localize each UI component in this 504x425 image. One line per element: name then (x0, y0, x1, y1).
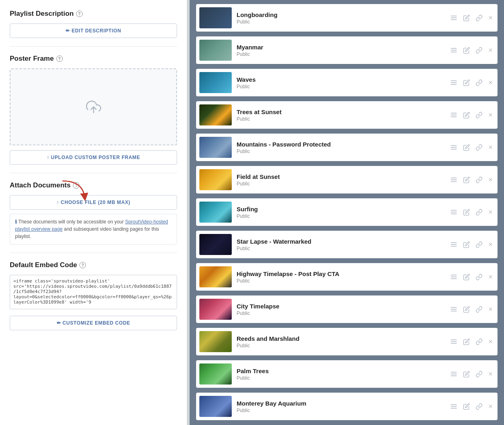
video-thumbnail-waves (199, 72, 232, 93)
video-actions-surfing: × (450, 208, 493, 217)
embed-code-label: Default Embed Code (10, 261, 77, 269)
edit-icon-star-lapse[interactable] (463, 241, 470, 248)
reorder-icon-mountains[interactable] (450, 144, 457, 151)
video-info-surfing: Surfing Public (237, 206, 445, 219)
remove-icon-longboarding[interactable]: × (488, 14, 493, 22)
link-icon-myanmar[interactable] (476, 47, 483, 54)
embed-code-help-icon[interactable]: ? (79, 262, 86, 268)
customize-embed-code-button[interactable]: ✏ CUSTOMIZE EMBED CODE (10, 316, 177, 330)
video-actions-myanmar: × (450, 46, 493, 55)
remove-icon-waves[interactable]: × (488, 79, 493, 87)
edit-description-button[interactable]: ✏ EDIT DESCRIPTION (10, 23, 177, 38)
video-actions-monterey: × (450, 402, 493, 411)
link-icon-mountains[interactable] (476, 144, 483, 151)
remove-icon-highway-timelapse[interactable]: × (488, 273, 493, 281)
video-thumbnail-palm-trees (199, 363, 232, 385)
video-info-longboarding: Longboarding Public (237, 11, 445, 25)
video-list-item-surfing: Surfing Public (196, 198, 498, 226)
reorder-icon-longboarding[interactable] (450, 14, 457, 21)
reorder-icon-star-lapse[interactable] (450, 241, 457, 248)
link-icon-trees-at-sunset[interactable] (476, 112, 483, 119)
video-title-myanmar: Myanmar (237, 44, 445, 51)
playlist-description-help-icon[interactable]: ? (76, 11, 83, 17)
video-status-longboarding: Public (237, 19, 445, 25)
link-icon-reeds-marshland[interactable] (476, 338, 483, 345)
edit-icon-myanmar[interactable] (463, 47, 470, 54)
edit-icon-city-timelapse[interactable] (463, 306, 470, 313)
edit-icon-monterey[interactable] (463, 403, 470, 410)
video-title-monterey: Monterey Bay Aquarium (237, 400, 445, 407)
video-thumbnail-longboarding (199, 7, 232, 28)
video-title-highway-timelapse: Highway Timelapse - Post Play CTA (237, 270, 445, 277)
link-icon-monterey[interactable] (476, 403, 483, 410)
remove-icon-monterey[interactable]: × (488, 402, 493, 411)
remove-icon-trees-at-sunset[interactable]: × (488, 111, 493, 119)
reorder-icon-highway-timelapse[interactable] (450, 273, 457, 280)
link-icon-field-at-sunset[interactable] (476, 176, 483, 183)
video-list-item-trees-at-sunset: Trees at Sunset Public (196, 101, 498, 129)
video-list-item-longboarding: Longboarding Public (196, 4, 498, 32)
attach-documents-info: ℹ These documents will only be accessibl… (10, 214, 177, 244)
edit-icon-field-at-sunset[interactable] (463, 176, 470, 183)
remove-icon-city-timelapse[interactable]: × (488, 305, 493, 314)
edit-icon-waves[interactable] (463, 79, 470, 86)
video-list-item-monterey: Monterey Bay Aquarium Public (196, 393, 498, 420)
edit-icon-palm-trees[interactable] (463, 371, 470, 378)
video-info-field-at-sunset: Field at Sunset Public (237, 173, 445, 187)
reorder-icon-city-timelapse[interactable] (450, 306, 457, 313)
edit-icon-reeds-marshland[interactable] (463, 338, 470, 345)
video-thumbnail-trees-at-sunset (199, 104, 232, 125)
video-status-waves: Public (237, 84, 445, 89)
video-list-item-palm-trees: Palm Trees Public (196, 360, 498, 388)
video-thumbnail-myanmar (199, 40, 232, 61)
remove-icon-surfing[interactable]: × (488, 208, 493, 217)
link-icon-highway-timelapse[interactable] (476, 274, 483, 280)
video-status-monterey: Public (237, 408, 445, 413)
link-icon-city-timelapse[interactable] (476, 306, 483, 313)
embed-code-textarea[interactable]: <iframe class='sproutvideo-playlist' src… (10, 275, 177, 309)
video-thumbnail-surfing (199, 202, 232, 223)
choose-file-button[interactable]: ↑ CHOOSE FILE (20 MB max) (10, 195, 177, 210)
video-status-reeds-marshland: Public (237, 343, 445, 348)
reorder-icon-palm-trees[interactable] (450, 370, 457, 378)
video-actions-mountains: × (450, 143, 493, 152)
reorder-icon-monterey[interactable] (450, 403, 457, 410)
reorder-icon-trees-at-sunset[interactable] (450, 111, 457, 119)
video-info-waves: Waves Public (237, 76, 445, 89)
upload-poster-frame-button[interactable]: ↑ UPLOAD CUSTOM POSTER FRAME (10, 150, 177, 165)
link-icon-palm-trees[interactable] (476, 371, 483, 378)
poster-upload-dropzone[interactable] (10, 68, 177, 145)
link-icon-star-lapse[interactable] (476, 241, 483, 248)
video-list-item-star-lapse: Star Lapse - Watermarked Public (196, 231, 498, 258)
remove-icon-star-lapse[interactable]: × (488, 240, 493, 249)
reorder-icon-reeds-marshland[interactable] (450, 338, 457, 345)
video-status-trees-at-sunset: Public (237, 116, 445, 122)
remove-icon-mountains[interactable]: × (488, 143, 493, 152)
video-title-waves: Waves (237, 76, 445, 83)
link-icon-longboarding[interactable] (476, 15, 483, 21)
video-actions-palm-trees: × (450, 370, 493, 378)
remove-icon-reeds-marshland[interactable]: × (488, 338, 493, 346)
reorder-icon-field-at-sunset[interactable] (450, 176, 457, 183)
video-info-myanmar: Myanmar Public (237, 44, 445, 57)
poster-frame-help-icon[interactable]: ? (56, 55, 63, 62)
edit-icon-longboarding[interactable] (463, 15, 470, 21)
video-title-longboarding: Longboarding (237, 11, 445, 18)
video-list-item-mountains: Mountains - Password Protected Public (196, 134, 498, 161)
remove-icon-field-at-sunset[interactable]: × (488, 176, 493, 184)
edit-icon-surfing[interactable] (463, 209, 470, 216)
remove-icon-myanmar[interactable]: × (488, 46, 493, 55)
video-status-surfing: Public (237, 213, 445, 219)
remove-icon-palm-trees[interactable]: × (488, 370, 493, 378)
edit-icon-highway-timelapse[interactable] (463, 274, 470, 280)
link-icon-waves[interactable] (476, 79, 483, 86)
edit-icon-trees-at-sunset[interactable] (463, 112, 470, 119)
red-arrow-annotation (58, 179, 91, 203)
poster-frame-heading: Poster Frame ? (10, 55, 177, 63)
video-title-mountains: Mountains - Password Protected (237, 141, 445, 148)
edit-icon-mountains[interactable] (463, 144, 470, 151)
reorder-icon-myanmar[interactable] (450, 47, 457, 54)
link-icon-surfing[interactable] (476, 209, 483, 216)
reorder-icon-waves[interactable] (450, 79, 457, 86)
reorder-icon-surfing[interactable] (450, 208, 457, 216)
